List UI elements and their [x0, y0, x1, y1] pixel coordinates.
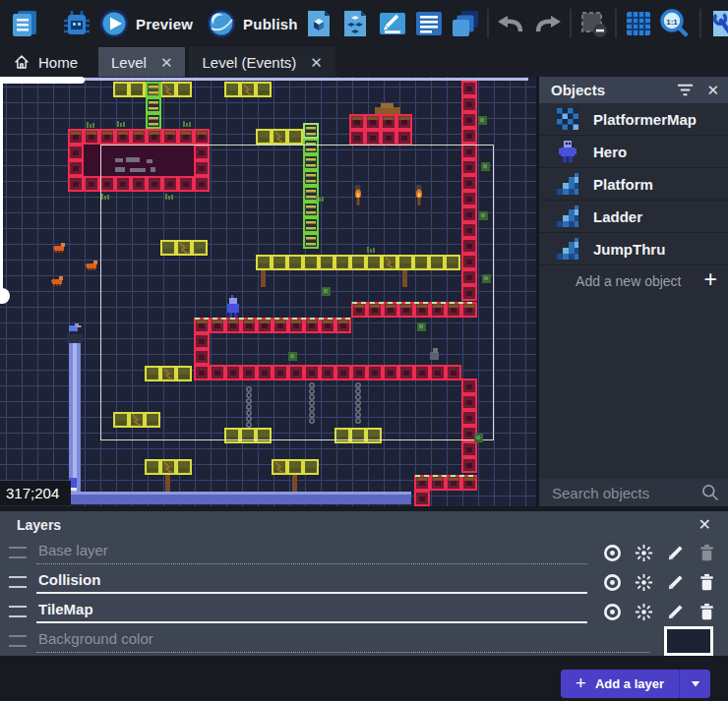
vertical-scrollbar-thumb[interactable] [0, 83, 3, 291]
open-properties-button[interactable] [376, 7, 409, 40]
scene-editor-canvas[interactable]: 317;204 [0, 77, 536, 506]
layer-delete-button[interactable] [696, 571, 718, 594]
object-item-jumpthru[interactable]: JumpThru [539, 233, 728, 265]
layer-delete-button[interactable] [696, 601, 718, 623]
pencil-icon [665, 572, 686, 593]
search-objects-input[interactable] [550, 484, 693, 502]
layer-visibility-button[interactable] [601, 601, 624, 623]
layer-row-collision[interactable]: Collision [0, 567, 728, 597]
plus-icon: + [704, 268, 717, 291]
object-item-platformermap[interactable]: PlatformerMap [539, 103, 728, 136]
project-manager-button[interactable] [8, 7, 41, 40]
tilemap-object-icon [555, 106, 580, 132]
instances-editor-settings-button[interactable] [706, 7, 728, 40]
zoom-original-button[interactable] [657, 7, 691, 40]
publish-globe-icon [206, 8, 237, 39]
layer-effects-button[interactable] [633, 601, 655, 623]
layer-visibility-button[interactable] [601, 542, 624, 564]
close-tab-icon[interactable]: ✕ [160, 55, 173, 70]
add-new-object-button[interactable]: Add a new object + [539, 265, 728, 296]
toggle-grid-button[interactable] [622, 7, 655, 40]
home-icon [13, 53, 30, 71]
close-panel-icon[interactable]: ✕ [706, 82, 719, 99]
trash-icon [697, 572, 717, 593]
level-render [0, 77, 536, 506]
debugger-button[interactable] [60, 7, 93, 40]
layers-panel-title: Layers [17, 517, 698, 533]
layer-row-background-color[interactable]: Background color [0, 626, 728, 656]
background-color-label: Background color [36, 629, 650, 653]
layer-row-tilemap[interactable]: TileMap [0, 597, 728, 626]
publish-button[interactable] [205, 7, 238, 40]
object-item-hero[interactable]: Hero [539, 136, 728, 168]
tab-level-events[interactable]: Level (Events) ✕ [189, 47, 334, 77]
drag-handle-icon [9, 635, 27, 647]
objects-panel-header: Objects ✕ [539, 77, 728, 103]
redo-button[interactable] [531, 7, 565, 40]
tileset-object-icon [555, 236, 580, 262]
tab-level[interactable]: Level ✕ [98, 47, 185, 77]
object-page-icon [303, 8, 334, 39]
layer-row-base-layer[interactable]: Base layer [0, 538, 728, 567]
wrench-icon [707, 8, 728, 39]
open-object-groups-button[interactable] [338, 7, 372, 40]
open-layers-button[interactable] [449, 7, 482, 40]
effects-sparkle-icon [634, 572, 654, 593]
trash-icon [697, 543, 717, 563]
debug-robot-icon [61, 8, 92, 39]
layer-edit-button[interactable] [664, 601, 687, 623]
effects-sparkle-icon [634, 602, 654, 622]
object-item-platform[interactable]: Platform [539, 168, 728, 201]
close-panel-icon[interactable]: ✕ [698, 515, 711, 534]
gdevelop-window: Preview Publish Home Level ✕ Level (Even… [0, 0, 728, 701]
publish-label[interactable]: Publish [243, 16, 298, 32]
tab-home[interactable]: Home [0, 47, 91, 77]
close-tab-icon[interactable]: ✕ [310, 55, 323, 70]
add-layer-button[interactable]: + Add a layer [561, 670, 679, 698]
filter-icon[interactable] [676, 82, 695, 98]
clear-selection-button[interactable] [576, 7, 610, 40]
open-instances-list-button[interactable] [412, 7, 446, 40]
toolbar-separator [615, 9, 617, 38]
horizontal-scrollbar-thumb[interactable] [0, 77, 85, 84]
toolbar: Preview Publish [0, 0, 728, 47]
add-layer-dropdown-button[interactable] [679, 670, 710, 698]
eye-icon [602, 543, 623, 563]
preview-button[interactable] [97, 7, 131, 40]
toolbar-separator [570, 9, 572, 38]
drag-handle-icon[interactable] [9, 547, 27, 558]
instances-list-icon [413, 8, 445, 39]
layer-name-field[interactable]: Collision [36, 570, 587, 594]
search-objects-bar [539, 479, 728, 506]
edit-properties-icon [377, 8, 408, 39]
drag-handle-icon[interactable] [9, 576, 27, 588]
undo-button[interactable] [494, 7, 527, 40]
search-icon [700, 483, 720, 502]
grid-icon [623, 8, 654, 39]
open-objects-button[interactable] [302, 7, 335, 40]
background-color-swatch[interactable] [664, 626, 713, 656]
layer-effects-button[interactable] [633, 542, 655, 564]
plus-icon: + [576, 673, 586, 692]
effects-sparkle-icon [634, 543, 654, 563]
objects-panel-title: Objects [551, 82, 664, 98]
drag-handle-icon[interactable] [9, 606, 27, 617]
tab-level-events-label: Level (Events) [202, 54, 296, 71]
layer-effects-button[interactable] [633, 571, 655, 594]
trash-icon [697, 602, 717, 622]
layer-visibility-button[interactable] [601, 571, 624, 594]
preview-label[interactable]: Preview [136, 16, 193, 32]
deselect-icon [577, 8, 609, 39]
layers-panel-body: Layers ✕ Base layer Collision [0, 511, 728, 656]
cursor-coordinates: 317;204 [0, 481, 71, 505]
object-item-ladder[interactable]: Ladder [539, 201, 728, 233]
objects-panel: Objects ✕ PlatformerMap Hero Platform La… [536, 77, 728, 506]
layer-name-field[interactable]: Base layer [36, 541, 587, 564]
layer-name-field[interactable]: TileMap [36, 600, 587, 623]
hero-sprite-icon [555, 139, 580, 164]
undo-arrow-icon [495, 8, 526, 39]
project-manager-icon [9, 8, 40, 39]
layer-edit-button[interactable] [664, 571, 687, 594]
layer-edit-button[interactable] [664, 542, 687, 564]
tab-bar: Home Level ✕ Level (Events) ✕ [0, 47, 728, 77]
